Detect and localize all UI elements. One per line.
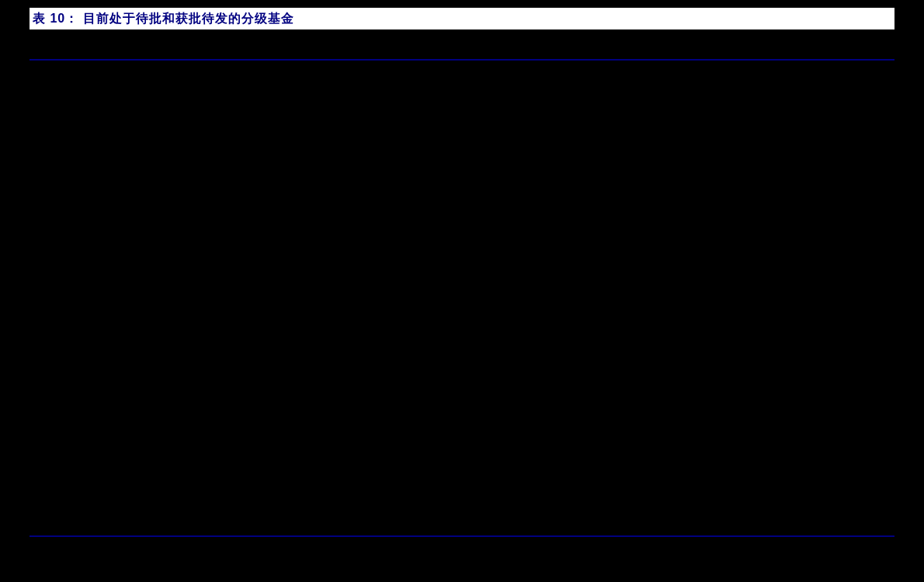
table-header-panel: 表 10： 目前处于待批和获批待发的分级基金 (30, 8, 894, 29)
table-title: 表 10： 目前处于待批和获批待发的分级基金 (30, 11, 294, 27)
table-bottom-rule (30, 535, 894, 537)
table-body-blackout (30, 61, 894, 535)
